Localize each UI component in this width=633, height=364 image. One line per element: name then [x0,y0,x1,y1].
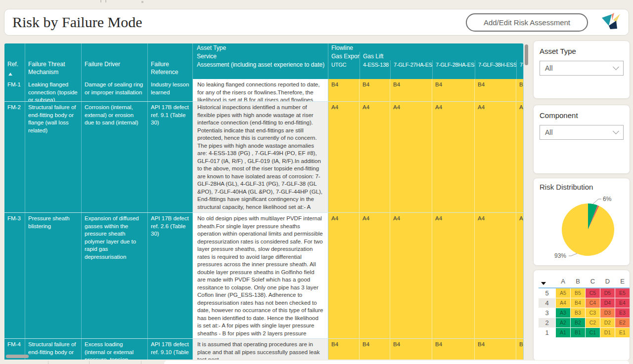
matrix-dropdown-arrow-icon[interactable] [539,276,555,288]
pipe-column-header[interactable]: 7- [516,60,524,79]
matrix-column-header: C [586,276,600,288]
col-header-assessment-group[interactable]: Asset Type Service Assessment (including… [193,43,328,79]
cell-risk-rating[interactable]: A4 [475,213,516,338]
col-header-failure-threat[interactable]: Failure Threat Mechanism [25,43,82,79]
pipe-column-header[interactable]: UTGC [328,60,360,79]
service-row-label: Service [193,52,328,60]
cell-risk-rating[interactable]: B4 [390,79,432,101]
matrix-cell-e5[interactable]: E5 [615,288,630,298]
matrix-column-header: A [556,276,570,288]
service-gas-lift[interactable]: Gas Lift [360,52,524,60]
add-edit-risk-assessment-button[interactable]: Add/Edit Risk Assessment [466,13,588,32]
matrix-cell-b1[interactable]: B1 [571,328,585,337]
company-logo-icon [601,12,622,32]
cell-risk-rating[interactable]: A4 [328,102,360,212]
matrix-cell-a3[interactable]: A3 [556,308,570,318]
pipe-column-header[interactable]: 7-GLF-38H-ESS [475,60,516,79]
matrix-cell-c4[interactable]: C4 [586,298,600,308]
cell-risk-rating[interactable]: A4 [390,213,432,338]
cell-risk-rating[interactable]: B4 [475,339,516,360]
cell-risk-rating[interactable]: B4 [390,339,432,360]
page-title: Risk by Failure Mode [12,14,142,31]
cell-risk-rating[interactable]: A4 [360,102,390,212]
cell-risk-rating[interactable]: B4 [360,79,390,101]
filter-label: Component [540,111,578,120]
matrix-cell-c3[interactable]: C3 [586,308,600,318]
cell-risk-rating[interactable]: B4 [516,79,524,101]
drag-handle-icon [100,0,106,2]
matrix-cell-b4[interactable]: B4 [571,298,585,308]
matrix-cell-d5[interactable]: D5 [600,288,615,298]
cell-risk-rating[interactable]: B4 [328,339,360,360]
failure-table-body: FM-1Leaking flanged connection (topside … [4,79,523,360]
risk-distribution-card: Risk Distribution 6% 93% [533,178,630,266]
cell-risk-rating[interactable]: A4 [432,102,475,212]
failure-mode-table: Ref. Failure Threat Mechanism Failure Dr… [4,43,524,360]
cell-failure-driver: Expansion of diffused gasses within the … [82,213,148,338]
tab-divider [48,361,48,364]
matrix-cell-d4[interactable]: D4 [600,298,615,308]
pipe-column-header[interactable]: 7-GLF-28HA-ESS [432,60,475,79]
matrix-column-header: B [571,276,585,288]
pipe-column-header[interactable]: 7-GLF-27HA-ESS [390,60,432,79]
table-row: FM-3Pressure sheath blisteringExpansion … [4,213,523,339]
matrix-cell-a1[interactable]: A1 [556,328,570,337]
filter-label: Asset Type [540,47,576,55]
cell-risk-rating[interactable]: A4 [328,213,360,338]
cell-ref: FM-3 [4,213,25,338]
cell-risk-rating[interactable]: B4 [328,79,360,101]
matrix-cell-c5[interactable]: C5 [586,288,600,298]
vertical-scrollbar[interactable] [525,44,528,65]
cell-risk-rating[interactable]: B4 [360,339,390,360]
matrix-cell-a5[interactable]: A5 [556,288,570,298]
cell-failure-reference: API 17B defect ref. 9.1 (Table 30) [148,102,193,212]
cell-risk-rating[interactable]: B4 [516,339,524,360]
table-header: Ref. Failure Threat Mechanism Failure Dr… [4,43,523,79]
page-tab-strip [0,360,633,364]
col-header-ref[interactable]: Ref. [4,43,25,79]
cell-risk-rating[interactable]: A4 [390,102,432,212]
matrix-cell-e4[interactable]: E4 [615,298,630,308]
matrix-cell-a2[interactable]: A2 [556,318,570,327]
cell-risk-rating[interactable]: A4 [360,213,390,338]
cell-risk-rating[interactable]: A4 [516,102,524,212]
pie-slice[interactable] [562,203,614,256]
service-gas-export[interactable]: Gas Export [328,52,360,60]
pie-label-93: 93% [554,252,566,259]
matrix-cell-c1[interactable]: C1 [586,328,600,337]
col-header-ref-label: Ref. [7,61,18,68]
matrix-cell-e3[interactable]: E3 [615,308,630,318]
col-header-failure-reference[interactable]: Failure Reference [148,43,193,79]
drag-handle-icon [141,1,143,3]
cell-failure-driver: Damage of sealing ring or improper insta… [82,79,148,101]
col-header-failure-driver[interactable]: Failure Driver [82,43,148,79]
matrix-cell-d1[interactable]: D1 [600,328,615,337]
cell-failure-reference: Industry lesson learned [148,79,193,101]
horizontal-scrollbar[interactable] [6,355,29,358]
risk-columns-header: Flowline Gas Export Gas Lift UTGC 4-ESS-… [328,43,524,79]
leader-line [569,253,577,256]
active-page-tab[interactable] [164,361,629,364]
sort-ascending-icon [8,73,12,76]
matrix-cell-e2[interactable]: E2 [615,318,630,327]
dropdown-value: All [545,64,553,72]
matrix-cell-b2[interactable]: B2 [571,318,585,327]
cell-risk-rating[interactable]: A4 [475,102,516,212]
matrix-cell-b3[interactable]: B3 [571,308,585,318]
cell-risk-rating[interactable]: A4 [432,213,475,338]
cell-risk-rating[interactable]: B4 [432,339,475,360]
pipe-column-header[interactable]: 4-ESS-138 [360,60,390,79]
matrix-cell-c2[interactable]: C2 [586,318,600,327]
matrix-cell-e1[interactable]: E1 [615,328,630,337]
matrix-cell-d3[interactable]: D3 [600,308,615,318]
component-dropdown[interactable]: All [540,125,624,140]
risk-matrix-card: ABCDE5A5B5C5D5E54A4B4C4D4E43A3B3C3D3E32A… [533,270,630,361]
cell-risk-rating[interactable]: A4 [516,213,524,338]
matrix-cell-b5[interactable]: B5 [571,288,585,298]
cell-risk-rating[interactable]: B4 [475,79,516,101]
asset-type-value[interactable]: Flowline [328,43,524,52]
matrix-cell-a4[interactable]: A4 [556,298,570,308]
asset-type-dropdown[interactable]: All [540,61,624,76]
cell-risk-rating[interactable]: B4 [432,79,475,101]
matrix-cell-d2[interactable]: D2 [600,318,615,327]
